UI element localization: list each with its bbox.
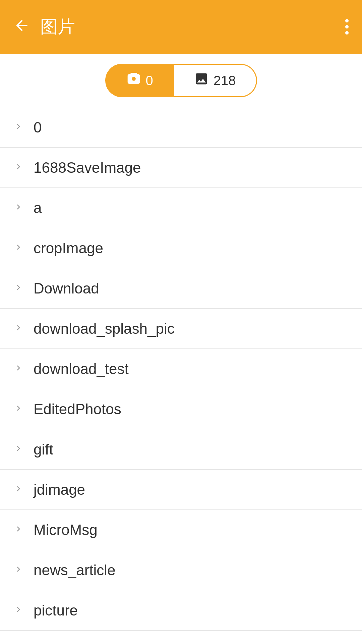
folder-name: Pictures xyxy=(34,642,87,644)
folder-name: a xyxy=(34,200,42,216)
list-item[interactable]: a xyxy=(0,188,362,228)
list-item[interactable]: cropImage xyxy=(0,228,362,268)
menu-dot-1 xyxy=(345,19,349,22)
menu-dot-2 xyxy=(345,25,349,29)
overflow-menu-button[interactable] xyxy=(345,19,349,35)
camera-icon xyxy=(126,71,141,90)
chevron-right-icon xyxy=(13,282,23,294)
chevron-right-icon xyxy=(13,323,23,335)
chevron-right-icon xyxy=(13,564,23,576)
folder-name: jdimage xyxy=(34,481,85,498)
chevron-right-icon xyxy=(13,242,23,254)
folder-name: cropImage xyxy=(34,240,103,257)
tab-gallery[interactable]: 218 xyxy=(174,64,257,97)
gallery-tab-count: 218 xyxy=(214,73,236,88)
tab-bar: 0 218 xyxy=(0,54,362,107)
gallery-icon xyxy=(194,71,209,90)
list-item[interactable]: gift xyxy=(0,429,362,470)
list-item[interactable]: picture xyxy=(0,590,362,631)
list-item[interactable]: download_test xyxy=(0,349,362,389)
folder-name: 0 xyxy=(34,119,42,136)
folder-name: picture xyxy=(34,602,78,619)
chevron-right-icon xyxy=(13,363,23,375)
camera-tab-count: 0 xyxy=(146,73,153,88)
list-item[interactable]: Pictures xyxy=(0,631,362,644)
list-item[interactable]: EditedPhotos xyxy=(0,389,362,429)
folder-name: 1688SaveImage xyxy=(34,159,141,176)
chevron-right-icon xyxy=(13,403,23,415)
folder-name: Download xyxy=(34,280,99,297)
list-item[interactable]: 0 xyxy=(0,107,362,148)
app-header: 图片 xyxy=(0,0,362,54)
folder-name: MicroMsg xyxy=(34,522,98,538)
folder-name: download_splash_pic xyxy=(34,320,175,337)
menu-dot-3 xyxy=(345,31,349,35)
back-button[interactable] xyxy=(13,17,30,37)
chevron-right-icon xyxy=(13,604,23,616)
folder-name: download_test xyxy=(34,361,129,377)
chevron-right-icon xyxy=(13,484,23,496)
list-item[interactable]: MicroMsg xyxy=(0,510,362,550)
tab-camera[interactable]: 0 xyxy=(105,64,174,97)
chevron-right-icon xyxy=(13,443,23,455)
list-item[interactable]: jdimage xyxy=(0,470,362,510)
folder-list: 0 1688SaveImage a cropImage Download dow… xyxy=(0,107,362,644)
chevron-right-icon xyxy=(13,121,23,133)
list-item[interactable]: download_splash_pic xyxy=(0,309,362,349)
page-title: 图片 xyxy=(40,15,345,39)
chevron-right-icon xyxy=(13,162,23,174)
chevron-right-icon xyxy=(13,202,23,214)
list-item[interactable]: Download xyxy=(0,268,362,309)
folder-name: news_article xyxy=(34,562,116,579)
chevron-right-icon xyxy=(13,524,23,536)
folder-name: gift xyxy=(34,441,53,458)
folder-name: EditedPhotos xyxy=(34,401,121,418)
list-item[interactable]: 1688SaveImage xyxy=(0,148,362,188)
list-item[interactable]: news_article xyxy=(0,550,362,590)
